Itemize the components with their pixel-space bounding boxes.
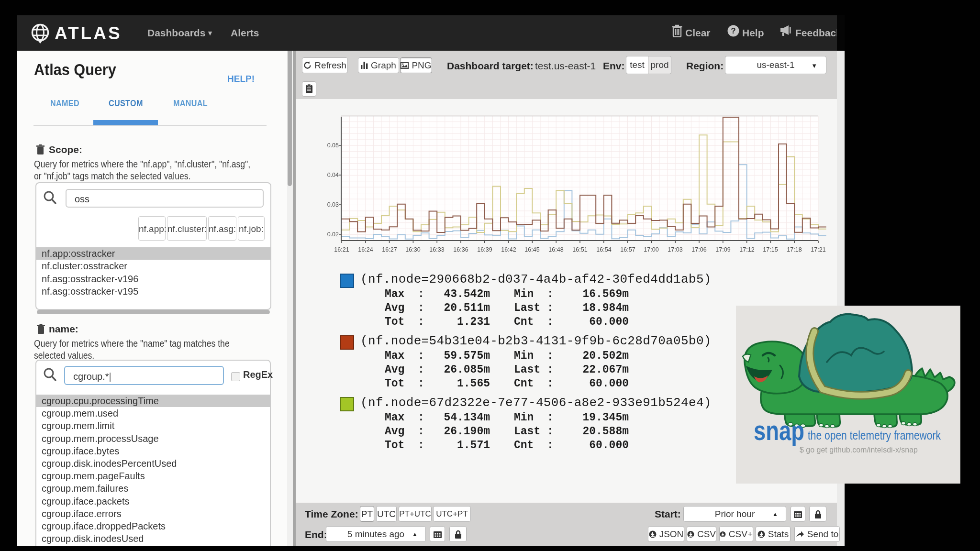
svg-text:?: ? bbox=[731, 26, 735, 35]
svg-text:snap: snap bbox=[754, 415, 804, 446]
svg-text:the open telemetry framework: the open telemetry framework bbox=[808, 428, 941, 442]
svg-text:$ go get github.com/intelsdi-x: $ go get github.com/intelsdi-x/snap bbox=[800, 445, 918, 454]
